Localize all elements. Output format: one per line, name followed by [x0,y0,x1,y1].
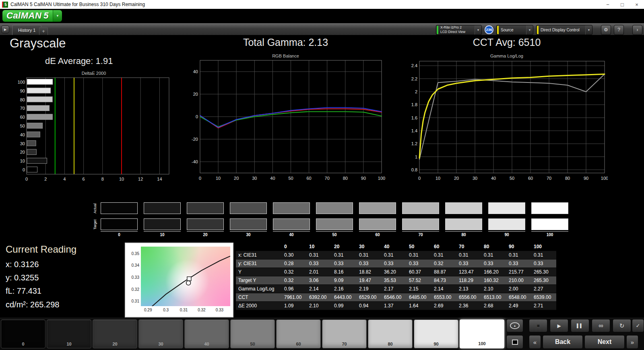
back-button[interactable]: Back [543,335,583,349]
back-chevron-button[interactable]: « [529,335,541,349]
svg-text:40: 40 [270,176,275,181]
actual-swatch-40 [273,202,310,214]
pattern-level-button-50[interactable]: 50 [230,319,275,348]
source-dropdown[interactable]: Source ▼ [496,25,533,35]
pattern-level-button-80[interactable]: 80 [368,319,413,348]
pattern-window-button[interactable] [506,335,523,349]
next-chevron-button[interactable]: » [626,335,638,349]
help-button[interactable]: ? [614,25,624,35]
table-cell: 1.37 [382,302,407,310]
table-cell: 6513.00 [481,293,506,302]
svg-text:0: 0 [199,176,201,181]
pattern-level-button-40[interactable]: 40 [184,319,229,348]
pattern-level-button-60[interactable]: 60 [276,319,321,348]
pattern-level-button-30[interactable]: 30 [138,319,183,348]
chevron-down-icon[interactable]: ▼ [475,25,481,35]
target-swatch-50 [316,218,353,230]
chevron-down-icon[interactable]: ▼ [526,25,533,35]
table-cell: 3.06 [307,276,332,285]
swatch-level-labels: 0102030405060708090100 [101,231,568,237]
cie-x-tick: 0.33 [213,308,225,312]
refresh-icon: ↻ [619,322,625,329]
svg-text:20: 20 [234,176,239,181]
swatch-label-70: 70 [402,231,439,237]
swatch-label-50: 50 [316,231,353,237]
cie-x-tick: 0.32 [196,308,208,312]
table-cell: 215.77 [506,268,531,276]
chevron-down-icon[interactable]: ▼ [585,25,592,35]
display-control-dropdown[interactable]: Direct Display Control ▼ [536,25,592,35]
table-cell: 7961.00 [282,293,307,302]
svg-text:0.8: 0.8 [411,167,417,172]
table-column-header: 50 [407,243,431,251]
pause-button[interactable]: ▌▌ [571,319,589,332]
table-cell: 0.31 [332,251,357,259]
svg-text:14: 14 [157,177,162,181]
arrow-right-icon: ▶ [4,28,6,31]
swatch-label-60: 60 [359,231,396,237]
cie-x-tick: 0.31 [178,308,190,312]
svg-text:10: 10 [20,159,25,163]
table-cell: 210.00 [506,276,531,285]
next-button[interactable]: Next [584,335,625,349]
pattern-level-button-90[interactable]: 90 [414,319,458,348]
rgb-balance-chart: -40-20020400102030405060708090100 [186,59,386,185]
table-cell: 1.64 [407,302,431,310]
target-swatch-30 [230,218,267,230]
swatch-label-40: 40 [273,231,310,237]
gamma-loglog-chart-svg: 0.811.21.41.61.822.22.401020304050607080… [406,59,608,183]
deltae-chart-title: DeltaE 2000 [15,71,172,76]
svg-text:60: 60 [528,176,533,181]
table-cell: 160.32 [481,276,506,285]
swatch-label-30: 30 [230,231,267,237]
target-swatch-10 [144,218,181,230]
side-panel-toggle[interactable]: › [632,25,642,35]
history-panel-toggle[interactable]: ▶ [1,25,9,33]
pattern-level-label: 50 [231,342,275,346]
target-swatch-70 [402,218,439,230]
eject-button[interactable]: ▲ [506,319,523,332]
svg-text:50: 50 [20,124,25,128]
stop-button[interactable]: ■ [529,319,547,332]
table-cell: 35.53 [382,276,407,285]
table-cell: 2.49 [506,302,531,310]
target-swatch-row [101,218,568,230]
calman-logo-button[interactable]: CalMAN 5 ▼ [2,10,62,22]
table-cell: 6548.00 [506,293,531,302]
de-average-heading: dE Average: 1.91 [45,56,113,66]
reread-button[interactable]: ↻ [613,319,631,332]
cie-y-tick: 0.32 [127,287,139,292]
pattern-level-label: 100 [460,341,504,346]
table-cell: 0.31 [506,251,531,259]
pattern-level-button-100[interactable]: 100 [460,319,504,348]
pattern-level-label: 80 [368,342,412,346]
table-cell: 123.47 [456,268,481,276]
toolbar: ▶ History 1 + X-Rite i1Pro 2 LCD Direct … [0,23,644,35]
cie-y-tick: 0.31 [127,299,139,303]
accept-button[interactable]: ✓ [632,319,644,332]
table-cell: 0.32 [431,259,456,268]
table-cell: 2.17 [382,285,407,293]
continuous-read-button[interactable]: ∞ [592,319,610,332]
tab-history-1[interactable]: History 1 [12,25,41,35]
svg-text:60: 60 [20,115,25,119]
minimize-button[interactable]: − [601,0,615,9]
pattern-level-button-20[interactable]: 20 [93,319,137,348]
table-column-header: 60 [431,243,456,251]
help-icon: ? [617,27,620,33]
pattern-level-button-10[interactable]: 10 [47,319,91,348]
pattern-level-button-0[interactable]: 0 [1,319,45,348]
back-label: Back [555,338,570,346]
add-tab-button[interactable]: + [39,27,48,35]
logo-text: CalMAN [6,10,41,21]
pattern-level-button-70[interactable]: 70 [322,319,367,348]
target-swatch-60 [359,218,396,230]
table-cell: 2.36 [456,302,481,310]
table-cell: 0.33 [481,259,506,268]
play-button[interactable]: ▶ [550,319,568,332]
close-button[interactable]: × [630,0,644,9]
chevron-down-icon[interactable]: ▼ [53,10,62,22]
settings-button[interactable]: ⚙ [601,25,611,35]
maximize-button[interactable]: □ [615,0,630,9]
meter-dropdown[interactable]: X-Rite i1Pro 2 LCD Direct View ▼ [436,25,482,35]
